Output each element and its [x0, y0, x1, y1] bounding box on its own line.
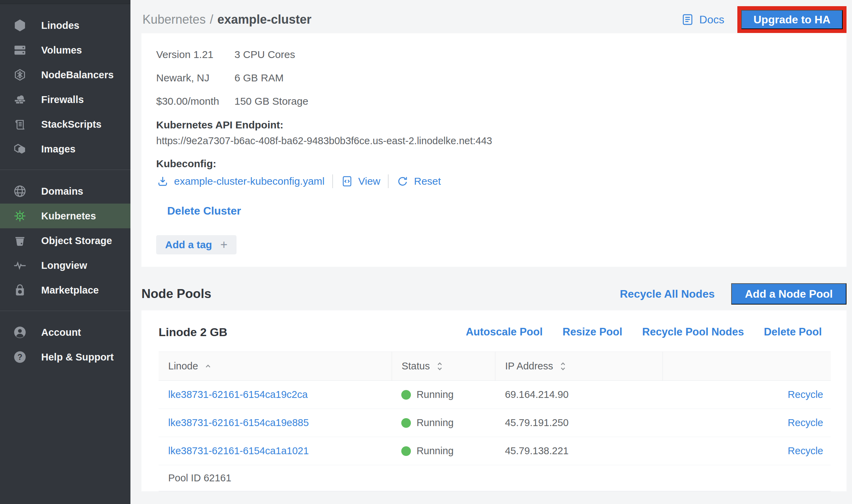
delete-cluster-button[interactable]: Delete Cluster — [167, 204, 241, 217]
table-header-row: Linode Status IP Address — [159, 352, 831, 381]
recycle-node-link[interactable]: Recycle — [788, 417, 823, 428]
recycle-node-link[interactable]: Recycle — [788, 389, 823, 400]
node-pools-title: Node Pools — [141, 287, 211, 301]
view-code-icon — [341, 175, 354, 188]
sidebar-item-label: Volumes — [41, 45, 82, 56]
node-pools-actions: Recycle All Nodes Add a Node Pool — [620, 283, 847, 305]
column-header-actions — [663, 352, 831, 381]
bucket-icon — [12, 233, 28, 248]
sidebar-top-strip — [0, 0, 130, 4]
sidebar-item-volumes[interactable]: Volumes — [0, 38, 130, 62]
table-row: lke38731-62161-6154ca19c2ca Running 69.1… — [159, 381, 831, 409]
sidebar-item-marketplace[interactable]: Marketplace — [0, 278, 130, 302]
docs-link[interactable]: Docs — [681, 13, 724, 26]
page-header: Kubernetes/example-cluster Docs Upgrade … — [130, 0, 852, 33]
linode-node-link[interactable]: lke38731-62161-6154ca19e885 — [168, 417, 309, 428]
cluster-specs: Version 1.21 3 CPU Cores Newark, NJ 6 GB… — [156, 48, 308, 107]
sidebar-group-account: Account ? Help & Support — [0, 311, 130, 378]
upgrade-highlight-box: Upgrade to HA — [737, 6, 847, 33]
spec-ram: 6 GB RAM — [234, 72, 308, 84]
domains-icon — [12, 184, 28, 198]
add-tag-button[interactable]: Add a tag + — [156, 235, 237, 254]
kubeconfig-actions: example-cluster-kubeconfig.yaml View Res… — [156, 173, 833, 190]
status-running-dot — [401, 446, 411, 456]
node-ip-address: 45.79.191.250 — [505, 417, 568, 428]
cluster-summary-card: Version 1.21 3 CPU Cores Newark, NJ 6 GB… — [141, 33, 847, 267]
spec-price: $30.00/month — [156, 95, 234, 107]
reset-icon — [396, 175, 409, 188]
sidebar-item-label: StackScripts — [41, 119, 102, 130]
sidebar-item-label: Account — [41, 327, 81, 338]
pulse-icon — [12, 258, 28, 273]
status-cell: Running — [401, 417, 495, 428]
status-label: Running — [416, 417, 453, 428]
pool-header: Linode 2 GB Autoscale Pool Resize Pool R… — [159, 323, 831, 341]
table-row: lke38731-62161-6154ca1a1021 Running 45.7… — [159, 437, 831, 465]
node-ip-address: 45.79.138.221 — [505, 445, 568, 456]
column-header-status[interactable]: Status — [392, 352, 495, 381]
autoscale-pool-link[interactable]: Autoscale Pool — [466, 326, 543, 338]
sidebar-item-images[interactable]: Images — [0, 137, 130, 161]
sidebar-item-label: Marketplace — [41, 285, 99, 296]
sidebar-item-label: Kubernetes — [41, 210, 96, 222]
add-node-pool-button[interactable]: Add a Node Pool — [731, 283, 847, 305]
sort-both-icon — [558, 360, 568, 372]
resize-pool-link[interactable]: Resize Pool — [563, 326, 622, 338]
sidebar-item-stackscripts[interactable]: StackScripts — [0, 112, 130, 137]
spec-region: Newark, NJ — [156, 72, 234, 84]
recycle-all-nodes-link[interactable]: Recycle All Nodes — [620, 288, 715, 300]
sidebar-item-domains[interactable]: Domains — [0, 179, 130, 204]
sidebar-item-label: Images — [41, 144, 76, 155]
sidebar-item-label: Firewalls — [41, 94, 84, 105]
sidebar-item-nodebalancers[interactable]: NodeBalancers — [0, 62, 130, 87]
sort-asc-icon — [203, 360, 213, 372]
column-label: IP Address — [505, 360, 553, 372]
sidebar-item-label: Linodes — [41, 20, 79, 31]
status-label: Running — [416, 389, 453, 400]
column-label: Linode — [168, 360, 198, 372]
sidebar-item-label: Domains — [41, 186, 83, 197]
kubeconfig-download-link[interactable]: example-cluster-kubeconfig.yaml — [156, 175, 325, 188]
status-running-dot — [401, 390, 411, 400]
sidebar-item-longview[interactable]: Longview — [0, 253, 130, 278]
sidebar-item-label: NodeBalancers — [41, 69, 114, 81]
sidebar-item-linodes[interactable]: Linodes — [0, 13, 130, 38]
spec-storage: 150 GB Storage — [234, 95, 308, 107]
recycle-pool-nodes-link[interactable]: Recycle Pool Nodes — [642, 326, 744, 338]
breadcrumb-separator: / — [210, 12, 213, 26]
recycle-node-link[interactable]: Recycle — [788, 445, 823, 456]
linode-node-link[interactable]: lke38731-62161-6154ca1a1021 — [168, 445, 309, 456]
linode-node-link[interactable]: lke38731-62161-6154ca19c2ca — [168, 389, 308, 400]
linode-cloud-manager: { "sidebar": { "groups": [ { "items": [ … — [0, 0, 852, 504]
status-cell: Running — [401, 389, 495, 400]
pool-name: Linode 2 GB — [159, 325, 227, 339]
sidebar-group-compute: Linodes Volumes NodeBalancers — [0, 4, 130, 170]
breadcrumb: Kubernetes/example-cluster — [142, 12, 311, 27]
column-label: Status — [402, 360, 430, 372]
help-icon: ? — [12, 350, 28, 364]
delete-pool-link[interactable]: Delete Pool — [764, 326, 822, 338]
kubeconfig-view-link[interactable]: View — [341, 175, 380, 188]
sidebar-item-label: Longview — [41, 260, 87, 271]
upgrade-to-ha-button[interactable]: Upgrade to HA — [741, 10, 843, 29]
table-footer-row: Pool ID 62161 — [159, 465, 831, 491]
spec-cpu: 3 CPU Cores — [234, 48, 308, 61]
api-endpoint-url: https://9e2a7307-b6ac-408f-ba62-9483b0b3… — [156, 135, 833, 147]
docs-label: Docs — [699, 13, 724, 26]
pool-nodes-table: Linode Status IP Address — [159, 352, 831, 491]
sidebar-item-account[interactable]: Account — [0, 320, 130, 345]
nodebalancers-icon — [12, 68, 28, 82]
api-endpoint-label: Kubernetes API Endpoint: — [156, 119, 833, 131]
sidebar-item-firewalls[interactable]: Firewalls — [0, 87, 130, 112]
sidebar-item-help-support[interactable]: ? Help & Support — [0, 345, 130, 369]
sidebar-item-object-storage[interactable]: Object Storage — [0, 228, 130, 253]
column-header-linode[interactable]: Linode — [159, 352, 392, 381]
column-header-ip-address[interactable]: IP Address — [495, 352, 663, 381]
linodes-icon — [12, 18, 28, 33]
breadcrumb-section[interactable]: Kubernetes — [142, 12, 206, 26]
sidebar: Linodes Volumes NodeBalancers — [0, 0, 130, 504]
sidebar-item-kubernetes[interactable]: Kubernetes — [0, 204, 130, 228]
download-icon — [156, 175, 169, 188]
kubeconfig-reset-link[interactable]: Reset — [396, 175, 441, 188]
images-icon — [12, 142, 28, 156]
